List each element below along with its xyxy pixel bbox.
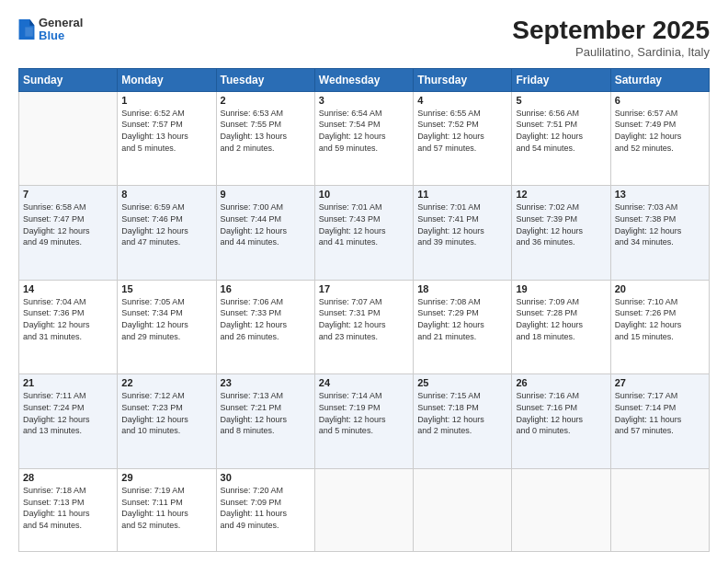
calendar-cell: 26Sunrise: 7:16 AM Sunset: 7:16 PM Dayli… [512, 374, 610, 469]
calendar-cell: 3Sunrise: 6:54 AM Sunset: 7:54 PM Daylig… [314, 91, 413, 186]
day-info: Sunrise: 7:04 AM Sunset: 7:36 PM Dayligh… [23, 296, 113, 342]
svg-marker-2 [25, 28, 32, 37]
day-info: Sunrise: 7:05 AM Sunset: 7:34 PM Dayligh… [121, 296, 211, 342]
calendar-cell: 20Sunrise: 7:10 AM Sunset: 7:26 PM Dayli… [610, 280, 709, 374]
day-info: Sunrise: 7:01 AM Sunset: 7:43 PM Dayligh… [319, 201, 409, 247]
calendar-body: 1Sunrise: 6:52 AM Sunset: 7:57 PM Daylig… [19, 91, 710, 551]
day-number: 6 [615, 95, 705, 106]
day-info: Sunrise: 6:56 AM Sunset: 7:51 PM Dayligh… [516, 108, 606, 154]
day-number: 2 [221, 95, 311, 106]
day-info: Sunrise: 7:00 AM Sunset: 7:44 PM Dayligh… [221, 201, 311, 247]
weekday-header-thursday: Thursday [414, 68, 512, 91]
day-number: 20 [615, 283, 705, 294]
day-info: Sunrise: 7:01 AM Sunset: 7:41 PM Dayligh… [417, 201, 507, 247]
calendar-week-row: 21Sunrise: 7:11 AM Sunset: 7:24 PM Dayli… [19, 374, 710, 469]
calendar-cell: 14Sunrise: 7:04 AM Sunset: 7:36 PM Dayli… [19, 280, 118, 374]
day-number: 14 [23, 283, 113, 294]
day-number: 13 [615, 189, 705, 200]
calendar-cell: 28Sunrise: 7:18 AM Sunset: 7:13 PM Dayli… [19, 468, 118, 551]
day-number: 23 [221, 377, 311, 388]
day-number: 25 [417, 377, 507, 388]
day-info: Sunrise: 7:06 AM Sunset: 7:33 PM Dayligh… [221, 296, 311, 342]
page: General Blue September 2025 Paulilatino,… [0, 0, 728, 563]
day-info: Sunrise: 7:11 AM Sunset: 7:24 PM Dayligh… [23, 390, 113, 436]
calendar-cell: 12Sunrise: 7:02 AM Sunset: 7:39 PM Dayli… [512, 186, 610, 281]
calendar-cell [610, 468, 709, 551]
calendar-cell [314, 468, 413, 551]
calendar-cell: 6Sunrise: 6:57 AM Sunset: 7:49 PM Daylig… [610, 91, 709, 186]
calendar-cell: 10Sunrise: 7:01 AM Sunset: 7:43 PM Dayli… [314, 186, 413, 281]
day-info: Sunrise: 7:14 AM Sunset: 7:19 PM Dayligh… [319, 390, 409, 436]
day-info: Sunrise: 6:59 AM Sunset: 7:46 PM Dayligh… [121, 201, 211, 247]
calendar-week-row: 7Sunrise: 6:58 AM Sunset: 7:47 PM Daylig… [19, 186, 710, 281]
calendar-cell: 7Sunrise: 6:58 AM Sunset: 7:47 PM Daylig… [19, 186, 118, 281]
day-info: Sunrise: 7:17 AM Sunset: 7:14 PM Dayligh… [615, 390, 705, 436]
day-info: Sunrise: 7:12 AM Sunset: 7:23 PM Dayligh… [121, 390, 211, 436]
day-info: Sunrise: 6:52 AM Sunset: 7:57 PM Dayligh… [121, 108, 211, 154]
weekday-header-saturday: Saturday [610, 68, 709, 91]
day-info: Sunrise: 7:13 AM Sunset: 7:21 PM Dayligh… [221, 390, 311, 436]
day-number: 1 [121, 95, 211, 106]
calendar-cell: 18Sunrise: 7:08 AM Sunset: 7:29 PM Dayli… [414, 280, 512, 374]
calendar-cell: 15Sunrise: 7:05 AM Sunset: 7:34 PM Dayli… [118, 280, 216, 374]
day-info: Sunrise: 7:07 AM Sunset: 7:31 PM Dayligh… [319, 296, 409, 342]
day-info: Sunrise: 7:16 AM Sunset: 7:16 PM Dayligh… [516, 390, 606, 436]
calendar-cell: 27Sunrise: 7:17 AM Sunset: 7:14 PM Dayli… [610, 374, 709, 469]
calendar-cell: 30Sunrise: 7:20 AM Sunset: 7:09 PM Dayli… [216, 468, 314, 551]
day-number: 30 [221, 472, 311, 483]
weekday-header-wednesday: Wednesday [314, 68, 413, 91]
calendar-cell: 4Sunrise: 6:55 AM Sunset: 7:52 PM Daylig… [414, 91, 512, 186]
day-number: 19 [516, 283, 606, 294]
day-number: 7 [23, 189, 113, 200]
calendar-cell [19, 91, 118, 186]
calendar-cell: 11Sunrise: 7:01 AM Sunset: 7:41 PM Dayli… [414, 186, 512, 281]
day-number: 17 [319, 283, 409, 294]
day-number: 15 [121, 283, 211, 294]
calendar-cell: 25Sunrise: 7:15 AM Sunset: 7:18 PM Dayli… [414, 374, 512, 469]
day-info: Sunrise: 6:57 AM Sunset: 7:49 PM Dayligh… [615, 108, 705, 154]
day-number: 3 [319, 95, 409, 106]
calendar-cell: 21Sunrise: 7:11 AM Sunset: 7:24 PM Dayli… [19, 374, 118, 469]
calendar-cell: 1Sunrise: 6:52 AM Sunset: 7:57 PM Daylig… [118, 91, 216, 186]
day-info: Sunrise: 7:09 AM Sunset: 7:28 PM Dayligh… [516, 296, 606, 342]
calendar-cell: 23Sunrise: 7:13 AM Sunset: 7:21 PM Dayli… [216, 374, 314, 469]
weekday-header-monday: Monday [118, 68, 216, 91]
calendar-cell: 16Sunrise: 7:06 AM Sunset: 7:33 PM Dayli… [216, 280, 314, 374]
day-info: Sunrise: 7:08 AM Sunset: 7:29 PM Dayligh… [417, 296, 507, 342]
day-number: 22 [121, 377, 211, 388]
day-info: Sunrise: 7:19 AM Sunset: 7:11 PM Dayligh… [121, 485, 211, 531]
day-number: 10 [319, 189, 409, 200]
day-number: 4 [417, 95, 507, 106]
day-info: Sunrise: 6:53 AM Sunset: 7:55 PM Dayligh… [221, 108, 311, 154]
day-info: Sunrise: 7:15 AM Sunset: 7:18 PM Dayligh… [417, 390, 507, 436]
day-number: 11 [417, 189, 507, 200]
weekday-header-sunday: Sunday [19, 68, 118, 91]
day-info: Sunrise: 7:18 AM Sunset: 7:13 PM Dayligh… [23, 485, 113, 531]
day-number: 26 [516, 377, 606, 388]
calendar-week-row: 28Sunrise: 7:18 AM Sunset: 7:13 PM Dayli… [19, 468, 710, 551]
calendar-cell: 5Sunrise: 6:56 AM Sunset: 7:51 PM Daylig… [512, 91, 610, 186]
month-title: September 2025 [512, 17, 710, 45]
header: General Blue September 2025 Paulilatino,… [18, 17, 710, 59]
day-number: 5 [516, 95, 606, 106]
day-number: 8 [121, 189, 211, 200]
day-number: 27 [615, 377, 705, 388]
day-info: Sunrise: 7:03 AM Sunset: 7:38 PM Dayligh… [615, 201, 705, 247]
calendar-cell: 24Sunrise: 7:14 AM Sunset: 7:19 PM Dayli… [314, 374, 413, 469]
weekday-header-tuesday: Tuesday [216, 68, 314, 91]
calendar-cell: 8Sunrise: 6:59 AM Sunset: 7:46 PM Daylig… [118, 186, 216, 281]
calendar-cell [512, 468, 610, 551]
logo-line2: Blue [39, 29, 83, 42]
calendar-week-row: 1Sunrise: 6:52 AM Sunset: 7:57 PM Daylig… [19, 91, 710, 186]
logo: General Blue [18, 17, 83, 43]
weekday-header-row: SundayMondayTuesdayWednesdayThursdayFrid… [19, 68, 710, 91]
day-number: 29 [121, 472, 211, 483]
day-number: 12 [516, 189, 606, 200]
calendar-header: SundayMondayTuesdayWednesdayThursdayFrid… [19, 68, 710, 91]
day-info: Sunrise: 6:54 AM Sunset: 7:54 PM Dayligh… [319, 108, 409, 154]
day-number: 24 [319, 377, 409, 388]
calendar-cell: 17Sunrise: 7:07 AM Sunset: 7:31 PM Dayli… [314, 280, 413, 374]
day-number: 9 [221, 189, 311, 200]
calendar-cell: 9Sunrise: 7:00 AM Sunset: 7:44 PM Daylig… [216, 186, 314, 281]
logo-icon [18, 19, 35, 40]
